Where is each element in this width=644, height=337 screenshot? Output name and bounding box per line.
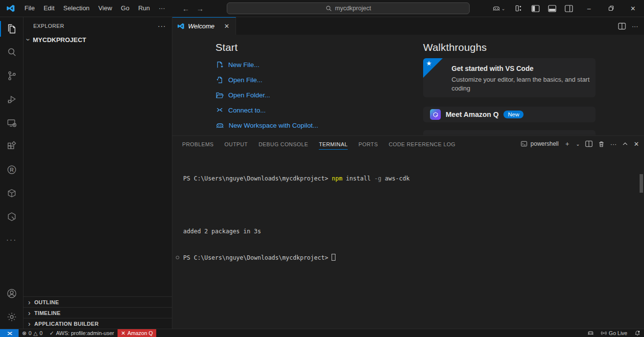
tab-output[interactable]: OUTPUT (224, 138, 248, 150)
walkthrough-get-started-card[interactable]: ★ Get started with VS Code Customize you… (423, 58, 596, 97)
tab-problems[interactable]: PROBLEMS (182, 138, 214, 150)
tab-ports[interactable]: PORTS (358, 138, 378, 150)
forward-icon[interactable]: → (196, 4, 204, 13)
tab-code-reference-log[interactable]: CODE REFERENCE LOG (389, 138, 455, 150)
open-file-link[interactable]: Open File... (215, 72, 318, 88)
infrastructure-composer-icon[interactable] (0, 181, 23, 205)
command-center-search[interactable]: mycdkproject (227, 2, 470, 14)
broadcast-icon (601, 330, 607, 336)
explorer-sidebar: EXPLORER ··· › MYCDKPROJECT › OUTLINE › … (24, 17, 172, 329)
tab-close-icon[interactable]: ✕ (222, 22, 232, 31)
copilot-status[interactable] (584, 329, 597, 337)
settings-gear-icon[interactable] (0, 305, 23, 329)
amazon-q-status[interactable]: ✕ Amazon Q (118, 329, 156, 337)
panel-actions: powershell ＋ ⌄ ··· ✕ (521, 139, 639, 148)
notifications-status[interactable] (631, 329, 644, 337)
connect-to-link[interactable]: Connect to... (215, 103, 318, 118)
open-folder-link[interactable]: Open Folder... (215, 88, 318, 103)
link-label: Open File... (228, 76, 262, 84)
chevron-right-icon: › (26, 298, 32, 306)
source-control-icon[interactable] (0, 64, 23, 88)
root-folder-row[interactable]: › MYCDKPROJECT (24, 34, 172, 45)
walkthroughs-section: Walkthroughs ★ Get started with VS Code … (423, 42, 596, 135)
terminal-cursor (332, 254, 335, 261)
kill-terminal-icon[interactable] (598, 140, 605, 148)
go-live-status[interactable]: Go Live (597, 329, 631, 337)
shell-selector[interactable]: powershell (521, 140, 558, 147)
copilot-menu[interactable]: ⌄ (492, 4, 505, 13)
new-file-link[interactable]: New File... (215, 57, 318, 72)
check-icon: ✓ (49, 330, 54, 337)
chevron-right-icon: › (26, 320, 32, 328)
amazon-q-icon (430, 109, 441, 120)
new-workspace-copilot-link[interactable]: New Workspace with Copilot... (215, 118, 318, 133)
new-badge: New (503, 111, 524, 118)
status-bar-right: Go Live (584, 329, 644, 337)
tab-welcome[interactable]: Welcome ✕ (172, 17, 236, 35)
menu-view[interactable]: View (94, 2, 117, 14)
terminal-dropdown-icon[interactable]: ⌄ (576, 141, 580, 147)
back-icon[interactable]: ← (182, 4, 190, 13)
search-icon (326, 5, 332, 12)
terminal-output[interactable]: PS C:\Users\nguye\Downloads\mycdkproject… (172, 152, 644, 329)
terminal-line: PS C:\Users\nguye\Downloads\mycdkproject… (183, 174, 644, 183)
split-terminal-icon[interactable] (585, 140, 593, 147)
command-decoration-icon[interactable] (176, 256, 179, 259)
minimize-button[interactable]: – (578, 0, 600, 17)
toggle-secondary-sidebar-icon[interactable] (562, 2, 575, 14)
vscode-logo-icon (6, 4, 15, 13)
editor-more-icon[interactable]: ··· (632, 22, 638, 30)
aws-profile-status[interactable]: ✓ AWS: profile:admin-user (46, 329, 118, 337)
tab-debug-console[interactable]: DEBUG CONSOLE (259, 138, 308, 150)
remote-explorer-icon[interactable] (0, 111, 23, 135)
more-views-icon[interactable]: ··· (0, 228, 23, 252)
extensions-icon[interactable] (0, 135, 23, 158)
menu-edit[interactable]: Edit (39, 2, 59, 14)
section-timeline[interactable]: › TIMELINE (24, 307, 172, 318)
customize-layout-icon[interactable] (512, 2, 525, 14)
panel-more-icon[interactable]: ··· (610, 140, 617, 148)
panel-tabs: PROBLEMS OUTPUT DEBUG CONSOLE TERMINAL P… (182, 138, 455, 150)
section-label: OUTLINE (34, 299, 59, 305)
menu-selection[interactable]: Selection (59, 2, 94, 14)
star-icon: ★ (426, 60, 432, 67)
start-section: Start New File... Open File... (215, 42, 318, 133)
link-label: New File... (228, 61, 260, 68)
explorer-icon[interactable] (0, 17, 23, 41)
menu-file[interactable]: File (20, 2, 39, 14)
search-sidebar-icon[interactable] (0, 41, 23, 64)
go-live-label: Go Live (609, 330, 627, 336)
menu-more-icon[interactable]: ··· (154, 2, 169, 14)
panel-header: PROBLEMS OUTPUT DEBUG CONSOLE TERMINAL P… (172, 136, 644, 152)
new-file-icon (215, 61, 224, 69)
close-panel-icon[interactable]: ✕ (634, 140, 639, 148)
copilot-icon (215, 121, 224, 130)
layout-controls (512, 2, 575, 14)
accounts-icon[interactable] (0, 282, 23, 305)
restore-button[interactable] (600, 0, 622, 17)
tab-terminal[interactable]: TERMINAL (319, 138, 348, 150)
r-extension-icon[interactable]: R (0, 158, 23, 181)
maximize-panel-icon[interactable] (622, 141, 628, 147)
split-editor-icon[interactable] (618, 22, 626, 30)
menu-run[interactable]: Run (134, 2, 154, 14)
walkthrough-next-card-edge[interactable] (423, 130, 596, 135)
remote-connect-icon (215, 106, 224, 114)
amazon-q-icon[interactable] (0, 205, 23, 228)
walkthrough-amazon-q-card[interactable]: Meet Amazon Q New (423, 107, 596, 122)
toggle-primary-sidebar-icon[interactable] (529, 2, 542, 14)
problems-status[interactable]: ⊗ 0 △ 0 (19, 329, 46, 337)
sidebar-title: EXPLORER (33, 23, 64, 29)
new-terminal-icon[interactable]: ＋ (564, 139, 571, 148)
close-button[interactable]: ✕ (622, 0, 644, 17)
explorer-empty-area (24, 45, 172, 296)
section-application-builder[interactable]: › APPLICATION BUILDER (24, 318, 172, 329)
run-and-debug-icon[interactable] (0, 88, 23, 111)
remote-indicator[interactable]: >< (0, 329, 19, 337)
toggle-panel-icon[interactable] (546, 2, 558, 14)
explorer-more-icon[interactable]: ··· (158, 22, 166, 30)
terminal-scrollbar[interactable] (640, 174, 643, 193)
menu-go[interactable]: Go (117, 2, 134, 14)
section-outline[interactable]: › OUTLINE (24, 296, 172, 307)
chevron-down-icon: › (24, 37, 32, 43)
